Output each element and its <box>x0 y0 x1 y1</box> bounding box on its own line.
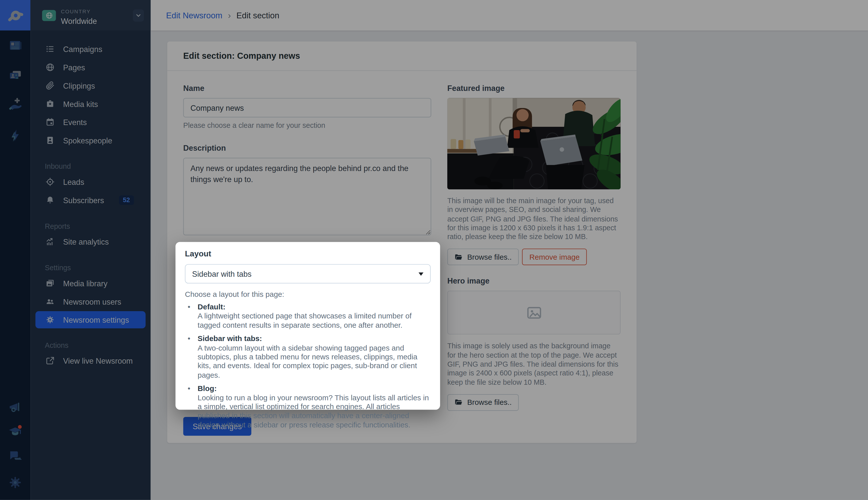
layout-option-default: • Default: A lightweight sectioned page … <box>185 303 431 330</box>
layout-option-sidebar-with-tabs: • Sidebar with tabs: A two-column layout… <box>185 334 431 380</box>
bullet-icon: • <box>187 385 190 394</box>
layout-option-blog: • Blog: Looking to run a blog in your ne… <box>185 385 431 430</box>
layout-spotlight-panel: Layout Sidebar with tabs Choose a layout… <box>175 242 440 410</box>
caret-down-icon <box>419 272 423 275</box>
layout-intro: Choose a layout for this page: <box>185 290 431 298</box>
layout-option-desc: A lightweight sectioned page that showca… <box>198 312 431 330</box>
layout-select-value: Sidebar with tabs <box>192 270 252 278</box>
layout-select[interactable]: Sidebar with tabs <box>185 264 431 284</box>
bullet-icon: • <box>187 303 190 312</box>
layout-option-term: Default: <box>198 303 226 311</box>
layout-option-term: Sidebar with tabs: <box>198 334 262 343</box>
app-window: COUNTRY Worldwide Campaigns <box>0 0 868 500</box>
bullet-icon: • <box>187 334 190 343</box>
layout-option-desc: Looking to run a blog in your newsroom? … <box>198 394 431 430</box>
layout-label: Layout <box>185 249 431 258</box>
layout-option-desc: A two-column layout with a sidebar showi… <box>198 343 431 380</box>
layout-option-term: Blog: <box>198 385 217 393</box>
